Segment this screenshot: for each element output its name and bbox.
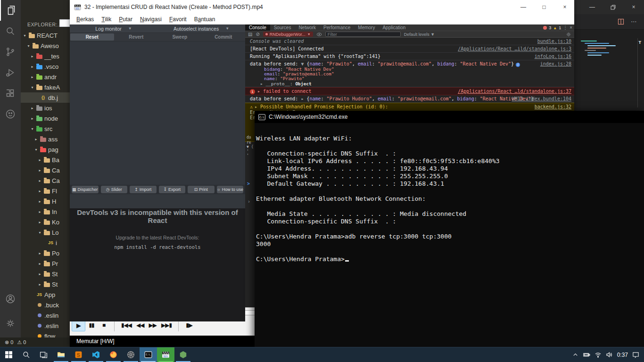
file-tree-item-St[interactable]: ▸St: [21, 279, 70, 289]
source-link[interactable]: bundle.js:10: [537, 38, 571, 44]
sweep-button[interactable]: Sweep: [158, 33, 202, 41]
export-button[interactable]: ↧Export: [159, 186, 186, 193]
file-tree-item-dbj[interactable]: {}db.j: [21, 92, 70, 103]
taskbar-clock[interactable]: 0:37: [617, 352, 628, 358]
taskview-taskbar-button[interactable]: [35, 347, 52, 362]
tab-performance[interactable]: Performance: [320, 25, 354, 31]
stop-button[interactable]: ■: [98, 321, 110, 330]
menu-putar[interactable]: Putar: [115, 16, 136, 23]
file-tree-item-fakeA[interactable]: ▾fakeA: [21, 82, 70, 92]
file-tree-item-Aweso[interactable]: ▾Aweso: [21, 41, 70, 51]
terminal-output[interactable]: Wireless LAN adapter WiFi: Connection-sp…: [255, 123, 644, 263]
wifi-icon[interactable]: [594, 351, 602, 358]
source-link[interactable]: VM13 index.bundle:104: [512, 96, 571, 102]
menu-berkas[interactable]: Berkas: [73, 16, 98, 23]
extensions-icon[interactable]: [0, 83, 21, 104]
file-tree-item-App[interactable]: JSApp: [21, 289, 70, 300]
cmd-title-bar[interactable]: C:\ C:\Windows\system32\cmd.exe: [255, 111, 644, 123]
source-link[interactable]: /Applications/React …ld/standalone.js:37: [458, 88, 571, 94]
drawer-chevron[interactable]: ›: [248, 199, 250, 204]
editor-scrollbar[interactable]: [637, 38, 638, 107]
action-center-icon[interactable]: [632, 351, 639, 358]
menu-tilik[interactable]: Tilik: [98, 16, 115, 23]
filter-input[interactable]: [325, 32, 401, 37]
media-player-title-bar[interactable]: 321 32 - Implementasi CRUD di React Nati…: [70, 0, 574, 14]
minimize-icon[interactable]: —: [514, 0, 533, 14]
firefox-taskbar-button[interactable]: [105, 347, 122, 362]
menu-favorit[interactable]: Favorit: [165, 16, 190, 23]
close-icon[interactable]: ×: [570, 25, 572, 30]
run-debug-icon[interactable]: [0, 62, 21, 83]
devtools-settings-icon[interactable]: [566, 32, 571, 37]
source-link[interactable]: infoLog.js:16: [535, 53, 571, 59]
file-tree-item-In[interactable]: ▸In: [21, 206, 70, 217]
revert-button[interactable]: Revert: [115, 33, 158, 41]
tab-sources[interactable]: Sources: [270, 25, 295, 31]
file-tree-item-flow[interactable]: flow: [21, 331, 70, 337]
file-tree-item-Pr[interactable]: ▸Pr: [21, 258, 70, 269]
file-tree-item-vsco[interactable]: ▸.vsco: [21, 61, 70, 72]
file-tree-item-St[interactable]: ▸St: [21, 269, 70, 279]
prev-button[interactable]: ▮◀◀: [119, 321, 134, 330]
hidden-icons-chevron[interactable]: [572, 351, 579, 358]
cmd-taskbar-button[interactable]: C:\_: [140, 347, 157, 362]
file-tree-item-node[interactable]: ▸node: [21, 113, 70, 123]
node-taskbar-button[interactable]: [174, 347, 192, 362]
settings-gear-icon[interactable]: [0, 313, 21, 334]
file-tree-item-buck[interactable]: .buck: [21, 300, 70, 310]
file-tree-item-Lo[interactable]: ▾Lo: [21, 227, 70, 238]
slider-button[interactable]: ◷Slider: [101, 186, 128, 193]
file-tree-item-andr[interactable]: ▸andr: [21, 72, 70, 82]
rn-debugger-taskbar-button[interactable]: [122, 347, 140, 362]
source-link[interactable]: backend.js:32: [535, 104, 571, 110]
log-monitor-dropdown[interactable]: Log monitor▼: [70, 25, 157, 33]
restore-icon[interactable]: [603, 0, 623, 14]
rewind-button[interactable]: ◀◀: [134, 321, 146, 330]
tab-memory[interactable]: Memory: [354, 25, 379, 31]
how-to-use-button[interactable]: ☼How to use: [217, 186, 244, 193]
console-object-row[interactable]: data before send: ▸ {name: "Prawito Hudo…: [245, 95, 574, 103]
file-tree-item-Ba[interactable]: ▸Ba: [21, 155, 70, 165]
tab-network[interactable]: Network: [295, 25, 320, 31]
menu-navigasi[interactable]: Navigasi: [136, 16, 165, 23]
console-row[interactable]: [React DevTools] Connected/Applications/…: [245, 45, 574, 53]
log-levels-dropdown[interactable]: Default levels ▼: [404, 32, 435, 37]
close-icon[interactable]: ×: [555, 0, 574, 14]
file-tree-item-i[interactable]: JSi: [21, 238, 70, 248]
problems-warnings[interactable]: ⚠ 0: [17, 339, 26, 346]
file-tree-item-eslin[interactable]: .eslin: [21, 321, 70, 331]
menu-bantuan[interactable]: Bantuan: [190, 16, 219, 23]
source-control-icon[interactable]: [0, 41, 21, 62]
file-tree-item-Ko[interactable]: ▸Ko: [21, 217, 70, 227]
split-editor-icon[interactable]: [618, 18, 624, 25]
print-button[interactable]: ⊡Print: [188, 186, 215, 193]
source-link[interactable]: /Applications/React …ild/standalone.js:3: [458, 46, 571, 52]
search-icon[interactable]: [0, 21, 21, 41]
file-tree-item-H[interactable]: ▸H: [21, 196, 70, 206]
file-tree-item-Po[interactable]: ▸Po: [21, 248, 70, 258]
file-tree-item-pag[interactable]: ▾pag: [21, 144, 70, 155]
forward-button[interactable]: ▶▶: [147, 321, 159, 330]
problems-errors[interactable]: ⊗ 0: [5, 339, 13, 346]
start-taskbar-button[interactable]: [0, 347, 17, 362]
file-tree-item-ios[interactable]: ▸ios: [21, 103, 70, 113]
volume-icon[interactable]: [606, 351, 613, 358]
vscode-taskbar-button[interactable]: [87, 347, 105, 362]
console-error-row[interactable]: 1▸ failed to connect/Applications/React …: [245, 87, 574, 95]
console-row[interactable]: Console was clearedbundle.js:10: [245, 38, 574, 45]
source-link[interactable]: index.js:28: [540, 61, 571, 67]
next-button[interactable]: ▶▶▮: [159, 321, 174, 330]
file-tree-item-Ca[interactable]: ▸Ca: [21, 175, 70, 186]
instances-dropdown[interactable]: Autoselect instances▼: [157, 25, 245, 33]
console-object-row[interactable]: data before send: ▼ {name: "Prawito", em…: [245, 60, 574, 87]
account-icon[interactable]: [0, 288, 21, 309]
execution-context-dropdown[interactable]: RNDebuggerWor... ▼: [263, 32, 313, 37]
object-proto[interactable]: ▸ __proto__: Object: [250, 81, 571, 86]
file-tree-item-ass[interactable]: ▸ass: [21, 134, 70, 144]
eye-icon[interactable]: [316, 32, 322, 37]
file-tree-item-eslin[interactable]: .eslin: [21, 310, 70, 321]
console-row[interactable]: Running "AplikasiPertama" with {"rootTag…: [245, 53, 574, 60]
pause-button[interactable]: ▮▮: [85, 321, 98, 330]
explorer-icon[interactable]: [0, 0, 21, 21]
battery-icon[interactable]: [583, 351, 590, 358]
